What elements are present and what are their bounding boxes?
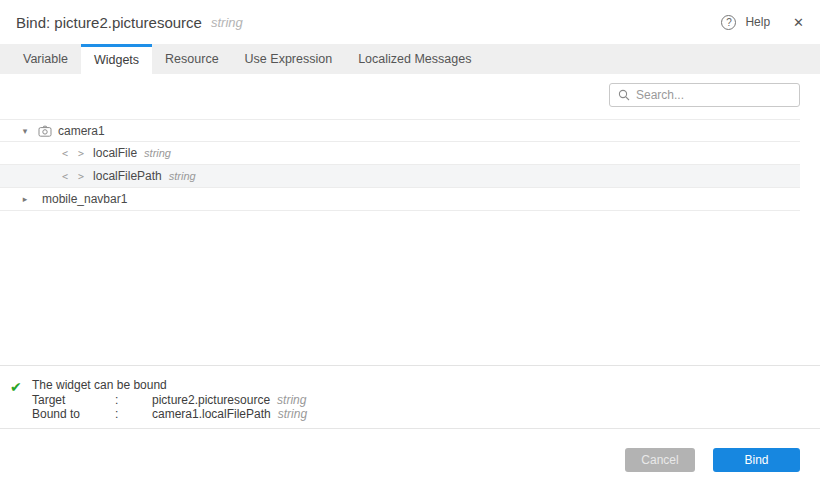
tab-widgets[interactable]: Widgets bbox=[81, 44, 152, 74]
dialog-header: Bind: picture2.picturesource string ? He… bbox=[0, 0, 820, 44]
tree-node-label: mobile_navbar1 bbox=[42, 192, 127, 206]
dialog-title: Bind: picture2.picturesource bbox=[16, 14, 202, 31]
search-box[interactable] bbox=[609, 83, 800, 107]
question-circle-icon[interactable]: ? bbox=[721, 15, 736, 30]
search-input[interactable] bbox=[636, 88, 791, 102]
close-icon[interactable]: ✕ bbox=[793, 15, 804, 30]
status-row-label: Bound to bbox=[32, 407, 115, 421]
chevron-right-icon[interactable]: ▸ bbox=[20, 194, 30, 204]
chevron-down-icon[interactable]: ▾ bbox=[20, 126, 30, 136]
status-row-bound-to: Bound to : camera1.localFilePath string bbox=[32, 407, 307, 421]
dialog-title-type: string bbox=[211, 15, 243, 30]
status-row-colon: : bbox=[115, 393, 152, 407]
tab-variable[interactable]: Variable bbox=[10, 44, 81, 74]
status-row-target: Target : picture2.picturesource string bbox=[32, 393, 307, 407]
tree-node-label: localFile bbox=[93, 146, 137, 160]
tree-node-label: localFilePath bbox=[93, 169, 162, 183]
status-row-type: string bbox=[277, 393, 306, 407]
search-icon bbox=[618, 89, 630, 101]
help-link[interactable]: Help bbox=[745, 15, 770, 29]
status-row-type: string bbox=[278, 407, 307, 421]
camera-icon bbox=[38, 125, 52, 137]
tree-node-localfile[interactable]: < > localFile string bbox=[0, 142, 800, 165]
tree-node-mobile-navbar1[interactable]: ▸ mobile_navbar1 bbox=[0, 188, 800, 211]
check-icon: ✔ bbox=[10, 379, 32, 395]
status-row-colon: : bbox=[115, 407, 152, 421]
tab-localized-messages[interactable]: Localized Messages bbox=[345, 44, 484, 74]
tab-resource[interactable]: Resource bbox=[152, 44, 232, 74]
status-row-label: Target bbox=[32, 393, 115, 407]
tree-node-label: camera1 bbox=[58, 124, 105, 138]
bind-button[interactable]: Bind bbox=[713, 448, 800, 472]
status-row-value: camera1.localFilePath bbox=[152, 407, 271, 421]
widget-tree: ▾ camera1 < > localFile string < > local… bbox=[0, 119, 800, 211]
status-row-value: picture2.picturesource bbox=[152, 393, 270, 407]
tab-bar: Variable Widgets Resource Use Expression… bbox=[0, 44, 820, 74]
tree-node-localfilepath[interactable]: < > localFilePath string bbox=[0, 165, 800, 188]
code-icon: < > bbox=[62, 148, 86, 159]
code-icon: < > bbox=[62, 171, 86, 182]
dialog-footer: Cancel Bind bbox=[0, 428, 820, 485]
tree-node-type: string bbox=[169, 170, 196, 182]
bind-status-panel: ✔ The widget can be bound Target : pictu… bbox=[0, 365, 820, 421]
tree-node-camera1[interactable]: ▾ camera1 bbox=[0, 119, 800, 142]
tab-use-expression[interactable]: Use Expression bbox=[232, 44, 346, 74]
status-message: The widget can be bound bbox=[32, 378, 307, 392]
tree-node-type: string bbox=[144, 147, 171, 159]
cancel-button[interactable]: Cancel bbox=[625, 448, 695, 472]
